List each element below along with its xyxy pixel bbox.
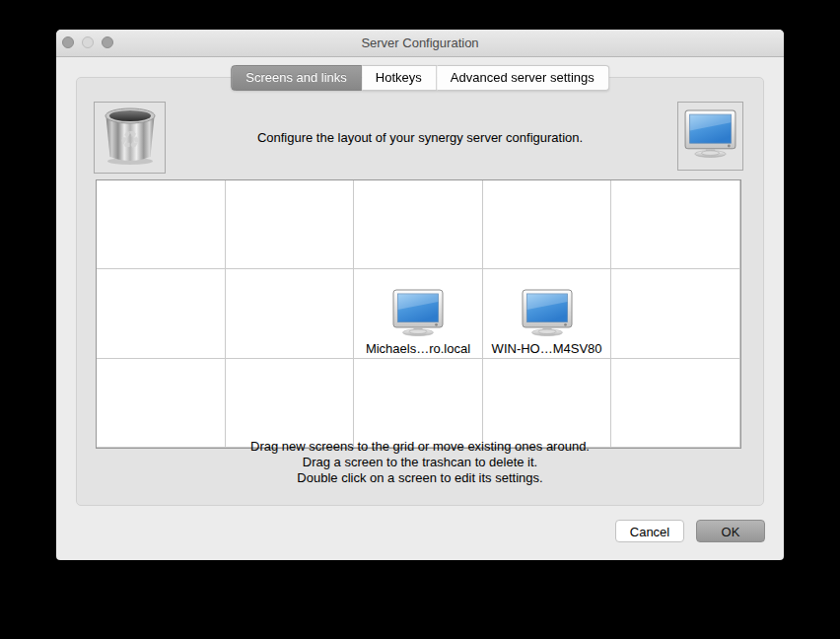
screen-item[interactable]: Michaels…ro.local	[366, 289, 470, 358]
screen-label: WIN-HO…M4SV80	[492, 341, 602, 356]
grid-cell[interactable]	[483, 180, 612, 269]
screen-layout-grid[interactable]: Michaels…ro.local WIN-HO…M4SV80	[96, 179, 741, 449]
grid-cell[interactable]	[611, 359, 740, 448]
zoom-button[interactable]	[102, 36, 113, 48]
grid-cell[interactable]	[354, 359, 483, 448]
instructions-line: Drag new screens to the grid or move exi…	[77, 439, 763, 455]
cancel-button[interactable]: Cancel	[615, 520, 684, 542]
monitor-icon	[522, 289, 573, 340]
grid-cell[interactable]	[226, 180, 355, 269]
tab-screens-and-links[interactable]: Screens and links	[231, 65, 362, 91]
minimize-button[interactable]	[82, 36, 94, 48]
tab-pane: Configure the layout of your synergy ser…	[76, 77, 764, 506]
screen-item[interactable]: WIN-HO…M4SV80	[492, 289, 602, 358]
grid-cell[interactable]: WIN-HO…M4SV80	[483, 269, 612, 358]
titlebar[interactable]: Server Configuration	[56, 30, 784, 57]
instructions-line: Double click on a screen to edit its set…	[77, 470, 763, 486]
ok-button[interactable]: OK	[696, 520, 765, 542]
grid-cell[interactable]: Michaels…ro.local	[354, 269, 483, 358]
monitor-icon	[682, 108, 738, 164]
monitor-icon	[392, 289, 444, 340]
grid-cell[interactable]	[611, 180, 740, 269]
tab-advanced-server-settings[interactable]: Advanced server settings	[437, 65, 609, 91]
trashcan-icon	[103, 106, 158, 170]
grid-cell[interactable]	[611, 269, 740, 358]
instructions: Drag new screens to the grid or move exi…	[77, 439, 763, 486]
close-button[interactable]	[62, 36, 74, 48]
grid-cell[interactable]	[97, 180, 226, 269]
config-description: Configure the layout of your synergy ser…	[175, 130, 665, 145]
grid-cell[interactable]	[97, 359, 226, 448]
new-screen-source[interactable]	[677, 102, 743, 171]
grid-cell[interactable]	[483, 359, 612, 448]
grid-cell[interactable]	[354, 180, 483, 269]
server-configuration-window: Server Configuration Screens and links H…	[56, 30, 784, 560]
screen-label: Michaels…ro.local	[366, 341, 470, 356]
tab-bar: Screens and links Hotkeys Advanced serve…	[231, 65, 609, 89]
trashcan-dropzone[interactable]	[94, 102, 166, 174]
tab-hotkeys[interactable]: Hotkeys	[362, 65, 437, 91]
traffic-lights	[62, 36, 113, 48]
window-title: Server Configuration	[361, 36, 478, 50]
grid-cell[interactable]	[97, 269, 226, 358]
grid-cell[interactable]	[226, 359, 355, 448]
grid-cell[interactable]	[226, 269, 355, 358]
instructions-line: Drag a screen to the trashcan to delete …	[77, 455, 763, 470]
